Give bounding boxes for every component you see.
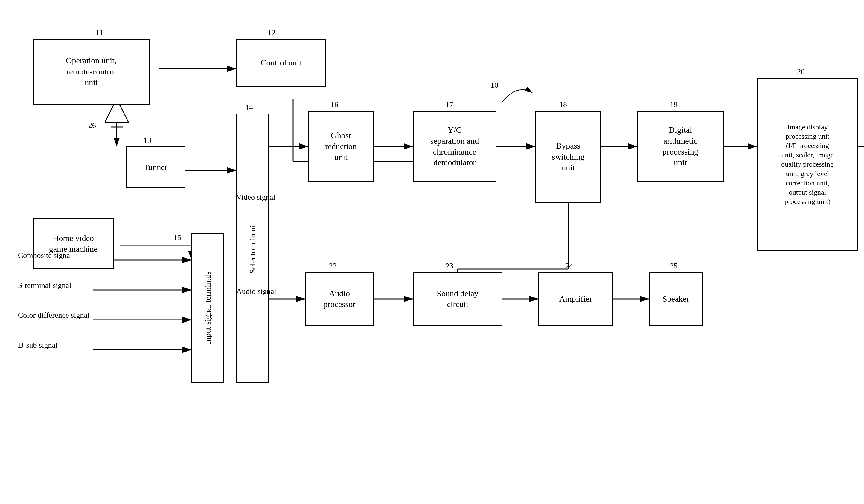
box-selector-circuit: Selector circuit: [236, 114, 269, 383]
box-yc-separation: Y/C separation and chrominance demodulat…: [413, 111, 496, 182]
label-24: 24: [565, 261, 573, 271]
color-difference-label: Color difference signal: [18, 311, 89, 320]
box-ghost-reduction: Ghost reduction unit: [308, 111, 374, 182]
diagram: 26 Operation unit, remote-control unit 1…: [0, 0, 864, 504]
d-sub-label: D-sub signal: [18, 341, 57, 350]
label-17: 17: [446, 100, 453, 109]
box-digital-arithmetic: Digital arithmetic processing unit: [637, 111, 724, 182]
box-tunner: Tunner: [125, 147, 185, 188]
label-16: 16: [331, 100, 338, 109]
label-19: 19: [670, 100, 678, 109]
label-13: 13: [144, 136, 151, 145]
box-input-signal: Input signal terminals: [191, 233, 224, 383]
box-bypass-switching: Bypass switching unit: [535, 111, 601, 203]
label-20: 20: [797, 67, 805, 76]
box-sound-delay: Sound delay circuit: [413, 272, 502, 326]
video-signal-label: Video signal: [236, 193, 275, 202]
box-amplifier: Amplifier: [538, 272, 613, 326]
label-22: 22: [329, 261, 337, 271]
box-operation-unit: Operation unit, remote-control unit: [33, 39, 149, 105]
label-12: 12: [268, 28, 275, 37]
label-15: 15: [173, 233, 181, 242]
label-23: 23: [446, 261, 453, 271]
audio-signal-label: Audio signal: [236, 287, 276, 296]
box-audio-processor: Audio processor: [305, 272, 374, 326]
label-11: 11: [96, 28, 103, 37]
box-speaker: Speaker: [649, 272, 703, 326]
label-26: 26: [88, 121, 96, 130]
box-home-video: Home video game machine: [33, 218, 113, 269]
label-25b: 25: [670, 261, 678, 271]
label-10: 10: [491, 81, 498, 90]
box-control-unit: Control unit: [236, 39, 326, 87]
label-14: 14: [245, 103, 253, 112]
box-image-display: Image display processing unit (I/P proce…: [757, 78, 858, 251]
label-18: 18: [559, 100, 567, 109]
s-terminal-label: S-terminal signal: [18, 281, 71, 290]
composite-signal-label: Composite signal: [18, 251, 72, 260]
